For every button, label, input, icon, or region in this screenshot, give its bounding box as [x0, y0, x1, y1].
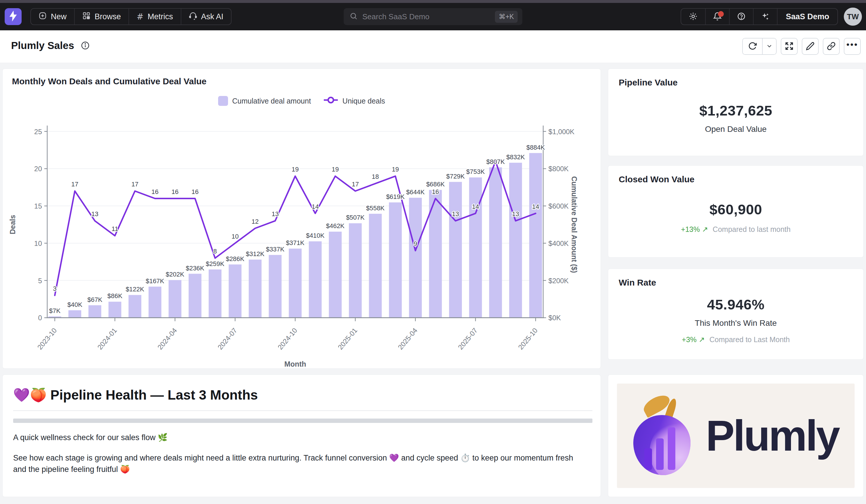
pencil-icon [806, 42, 814, 51]
gear-icon [689, 12, 698, 22]
svg-text:$619K: $619K [386, 193, 405, 201]
info-icon[interactable] [80, 41, 90, 50]
svg-text:16: 16 [432, 188, 439, 195]
svg-text:$312K: $312K [246, 250, 265, 257]
notes-paragraph: A quick wellness check for our sales flo… [13, 433, 168, 442]
chart-card: Monthly Won Deals and Cumulative Deal Va… [2, 69, 601, 369]
user-avatar[interactable]: TW [844, 8, 862, 26]
svg-text:2025-04: 2025-04 [396, 327, 419, 351]
headset-icon [189, 12, 197, 22]
search-placeholder: Search SaaS Demo [362, 12, 430, 21]
ask-ai-button[interactable]: Ask AI [181, 9, 231, 24]
svg-text:$286K: $286K [226, 255, 244, 263]
svg-text:17: 17 [71, 181, 78, 188]
kpi-title: Closed Won Value [619, 174, 695, 184]
metrics-button[interactable]: # Metrics [129, 9, 180, 24]
svg-text:$337K: $337K [266, 245, 285, 253]
page-header: Plumly Sales [0, 30, 866, 63]
metrics-button-label: Metrics [148, 12, 173, 21]
svg-text:17: 17 [131, 181, 138, 188]
grid-icon [82, 12, 90, 22]
svg-text:2025-07: 2025-07 [456, 327, 479, 351]
settings-button[interactable] [681, 9, 705, 24]
chevron-down-icon [766, 43, 773, 50]
kpi-delta-row: +3% ↗ Compared to Last Month [682, 335, 790, 344]
svg-text:$67K: $67K [87, 296, 102, 303]
logo-card: Plumly [608, 375, 864, 497]
svg-text:$686K: $686K [426, 181, 445, 188]
svg-text:10: 10 [232, 233, 238, 240]
kpi-value: 45.946% [707, 296, 765, 313]
kpi-subtitle: This Month's Win Rate [695, 319, 777, 328]
svg-text:$200K: $200K [548, 277, 568, 285]
link-icon [827, 42, 836, 51]
svg-text:10: 10 [34, 239, 42, 247]
svg-text:2024-01: 2024-01 [96, 327, 118, 351]
ellipsis-icon: ••• [846, 40, 858, 53]
svg-text:8: 8 [213, 248, 216, 255]
svg-text:$558K: $558K [366, 205, 385, 212]
combo-chart-canvas[interactable]: 0510152025$0K$200K$400K$600K$800K$1,000K… [3, 69, 601, 368]
share-link-button[interactable] [823, 38, 840, 55]
plumly-wordmark: Plumly [706, 411, 839, 460]
svg-text:14: 14 [472, 203, 479, 210]
svg-text:$644K: $644K [406, 188, 425, 196]
more-options-button[interactable]: ••• [844, 38, 861, 55]
svg-text:$40K: $40K [67, 301, 82, 308]
svg-text:$507K: $507K [346, 214, 365, 221]
sparkles-icon [761, 12, 770, 22]
svg-text:$807K: $807K [486, 158, 505, 165]
svg-text:13: 13 [452, 210, 459, 218]
svg-text:13: 13 [91, 210, 98, 218]
lightning-bolt-icon [9, 11, 18, 23]
ask-ai-button-label: Ask AI [201, 12, 224, 21]
browse-button[interactable]: Browse [74, 9, 129, 24]
kpi-value: $1,237,625 [699, 102, 772, 119]
dashboard-page: New Browse # Metrics Ask AI [0, 0, 866, 504]
svg-text:9: 9 [414, 240, 417, 247]
svg-text:$832K: $832K [506, 153, 525, 161]
fullscreen-button[interactable] [781, 38, 798, 55]
svg-text:12: 12 [252, 218, 259, 225]
svg-text:$259K: $259K [206, 260, 224, 267]
svg-text:16: 16 [171, 188, 178, 195]
workspace-switcher[interactable]: SaaS Demo [777, 9, 837, 24]
svg-text:19: 19 [392, 166, 399, 173]
refresh-options-button[interactable] [762, 38, 776, 54]
edit-button[interactable] [802, 38, 819, 55]
svg-text:2025-01: 2025-01 [336, 327, 359, 351]
svg-text:$462K: $462K [326, 222, 345, 230]
svg-text:3: 3 [53, 285, 57, 292]
refresh-button[interactable] [743, 38, 762, 54]
notifications-button[interactable] [705, 9, 729, 24]
svg-text:$800K: $800K [548, 165, 568, 173]
dashboard-toolbar: ••• [742, 38, 861, 55]
svg-text:$167K: $167K [146, 277, 164, 285]
svg-text:15: 15 [34, 202, 42, 210]
plum-fruit-icon [633, 397, 694, 475]
svg-text:14: 14 [312, 203, 319, 210]
top-nav: New Browse # Metrics Ask AI [0, 3, 866, 30]
search-shortcut-badge: ⌘+K [495, 11, 518, 23]
ai-sparkles-button[interactable] [753, 9, 777, 24]
browse-button-label: Browse [95, 12, 121, 21]
search-input[interactable]: Search SaaS Demo ⌘+K [344, 8, 522, 25]
svg-text:18: 18 [372, 173, 379, 180]
nav-button-group: New Browse # Metrics Ask AI [30, 8, 232, 25]
svg-text:$1,000K: $1,000K [548, 128, 574, 136]
refresh-split-button [742, 38, 777, 55]
plus-square-icon [38, 12, 47, 22]
svg-text:$202K: $202K [166, 271, 185, 278]
new-button[interactable]: New [31, 9, 74, 24]
svg-text:$410K: $410K [306, 232, 325, 239]
svg-text:$400K: $400K [548, 239, 568, 247]
kpi-subtitle: Open Deal Value [705, 125, 766, 134]
kpi-title: Win Rate [619, 278, 656, 288]
svg-text:5: 5 [38, 277, 42, 285]
hash-icon: # [137, 12, 143, 22]
delta-badge: +3% ↗ [682, 335, 705, 344]
delta-note: Compared to last month [713, 225, 791, 233]
brand-logo[interactable] [5, 8, 22, 25]
help-button[interactable] [729, 9, 753, 24]
svg-text:Month: Month [285, 360, 306, 368]
